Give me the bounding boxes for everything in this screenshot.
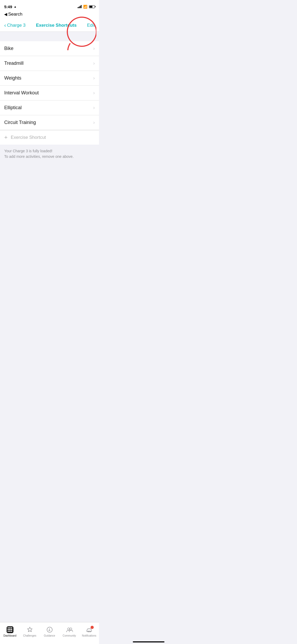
- plus-icon: +: [4, 134, 8, 141]
- add-shortcut-row[interactable]: + Exercise Shortcut: [0, 130, 99, 145]
- list-item[interactable]: Elliptical ›: [0, 100, 99, 115]
- chevron-right-icon: ›: [93, 75, 95, 81]
- chevron-right-icon: ›: [93, 120, 95, 125]
- location-icon: ▲: [14, 5, 17, 8]
- info-text-line1: Your Charge 3 is fully loaded!: [4, 148, 95, 154]
- list-item[interactable]: Bike ›: [0, 41, 99, 56]
- edit-button[interactable]: Edit: [87, 23, 95, 28]
- status-bar: 5:49 ▲ 📶: [0, 0, 99, 12]
- item-label-weights: Weights: [4, 75, 21, 81]
- wifi-icon: 📶: [83, 5, 87, 9]
- search-back-label[interactable]: Search: [8, 12, 22, 17]
- item-label-bike: Bike: [4, 46, 13, 51]
- chevron-right-icon: ›: [93, 105, 95, 111]
- section-spacer: [0, 32, 99, 41]
- nav-back-label: Charge 3: [7, 23, 26, 28]
- chevron-right-icon: ›: [93, 61, 95, 66]
- info-text-line2: To add more activities, remove one above…: [4, 154, 95, 159]
- nav-header: ‹ Charge 3 Exercise Shortcuts Edit: [0, 20, 99, 32]
- add-shortcut-label: Exercise Shortcut: [11, 135, 46, 140]
- item-label-treadmill: Treadmill: [4, 61, 23, 66]
- chevron-right-icon: ›: [93, 46, 95, 51]
- list-item[interactable]: Weights ›: [0, 71, 99, 86]
- list-item[interactable]: Treadmill ›: [0, 56, 99, 71]
- back-chevron-icon: ◀: [4, 12, 7, 16]
- status-time: 5:49 ▲: [4, 4, 17, 9]
- item-label-circuit: Circuit Training: [4, 120, 36, 125]
- list-item[interactable]: Circuit Training ›: [0, 115, 99, 130]
- list-item[interactable]: Interval Workout ›: [0, 86, 99, 100]
- nav-title: Exercise Shortcuts: [36, 23, 77, 28]
- chevron-right-icon: ›: [93, 90, 95, 96]
- exercise-list: Bike › Treadmill › Weights › Interval Wo…: [0, 41, 99, 145]
- battery-icon: [89, 5, 95, 8]
- nav-back-chevron-icon: ‹: [4, 22, 6, 28]
- item-label-elliptical: Elliptical: [4, 105, 22, 111]
- nav-back-button[interactable]: ‹ Charge 3: [4, 22, 26, 28]
- signal-icon: [78, 5, 82, 8]
- search-back-bar: ◀ Search: [0, 12, 99, 20]
- status-icons: 📶: [78, 5, 95, 9]
- item-label-interval: Interval Workout: [4, 90, 39, 96]
- info-section: Your Charge 3 is fully loaded! To add mo…: [0, 145, 99, 163]
